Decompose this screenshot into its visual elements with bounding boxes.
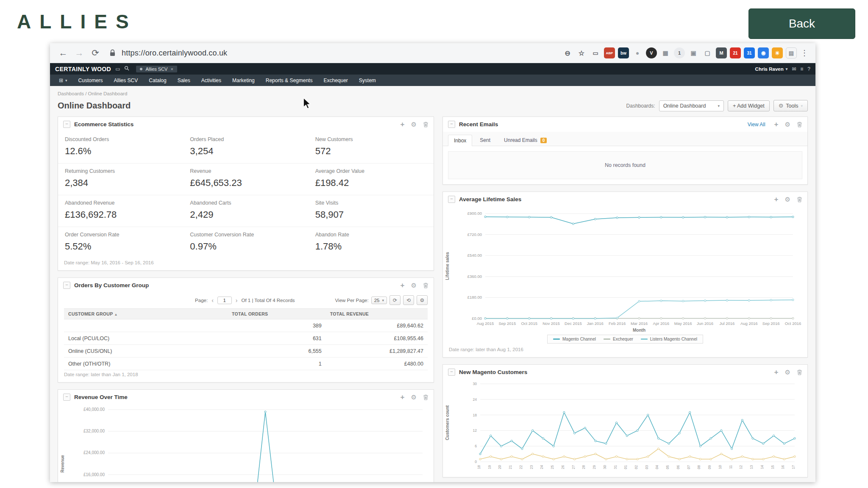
nav-item-system[interactable]: System	[353, 75, 381, 86]
nav-item-catalog[interactable]: Catalog	[143, 75, 172, 86]
reset-button[interactable]: ⟲	[403, 295, 414, 305]
v-badge-icon[interactable]: V	[646, 47, 657, 58]
close-icon[interactable]: ×	[170, 67, 173, 72]
collapse-icon[interactable]: −	[448, 121, 455, 128]
column-header-customer-group[interactable]: CUSTOMER GROUP▲	[64, 309, 228, 319]
nav-item-customers[interactable]: Customers	[73, 75, 108, 86]
calendar-31-icon[interactable]: 31	[744, 47, 755, 58]
nav-item-exchequer[interactable]: Exchequer	[318, 75, 353, 86]
add-icon[interactable]: +	[774, 196, 779, 203]
collapse-icon[interactable]: −	[63, 121, 70, 128]
table-row[interactable]: Other (OTH/OTR)1£480.00	[64, 358, 428, 370]
adblock-icon[interactable]: ABP	[604, 47, 615, 58]
svg-text:11: 11	[729, 465, 733, 469]
nav-item-marketing[interactable]: Marketing	[227, 75, 260, 86]
trash-icon[interactable]	[423, 394, 428, 400]
sort-asc-icon: ▲	[114, 313, 118, 316]
nav-item-allies-scv[interactable]: Allies SCV	[108, 75, 144, 86]
add-icon[interactable]: +	[401, 121, 405, 128]
bitwarden-icon[interactable]: bw	[618, 47, 629, 58]
image-icon[interactable]: ▦	[660, 47, 671, 58]
tab-inbox[interactable]: Inbox	[448, 135, 472, 146]
hamburger-icon[interactable]: ≡	[800, 66, 803, 72]
dashboard-select[interactable]: Online Dashboard ▾	[659, 100, 724, 111]
camera-icon[interactable]: ◉	[758, 47, 769, 58]
trash-icon[interactable]	[797, 197, 802, 202]
next-page-button[interactable]: ›	[235, 297, 239, 304]
gear-icon[interactable]: ⚙	[411, 121, 417, 128]
chat-icon[interactable]: ▢	[702, 47, 713, 58]
m-icon[interactable]: M	[716, 47, 727, 58]
collapse-icon[interactable]: −	[63, 282, 70, 289]
search-icon[interactable]	[124, 66, 129, 72]
widget-title: New Magento Customers	[459, 369, 527, 375]
calendar-21-icon[interactable]: 21	[730, 47, 741, 58]
add-widget-button[interactable]: + Add Widget	[728, 100, 770, 111]
table-row[interactable]: Local (PCU/LOC)631£108,955.46	[64, 332, 428, 345]
tab-sent[interactable]: Sent	[474, 134, 496, 146]
trash-icon[interactable]	[797, 122, 802, 128]
table-row[interactable]: 389£89,640.62	[64, 319, 428, 332]
bookmark-star-icon[interactable]: ☆	[576, 47, 587, 58]
svg-text:14: 14	[760, 465, 764, 469]
metric-order-conversion-rate: Order Conversion Rate5.52%	[58, 227, 183, 258]
nav-item-activities[interactable]: Activities	[196, 75, 227, 86]
pinbar-tab[interactable]: Allies SCV ×	[136, 66, 177, 72]
gear-icon[interactable]: ⚙	[411, 394, 417, 400]
widget-revenue-over-time: − Revenue Over Time + ⚙ £40,000.00£32,00…	[58, 389, 434, 482]
gear-icon[interactable]: ⚙	[411, 282, 417, 288]
column-header-total-orders[interactable]: TOTAL ORDERS	[228, 309, 326, 319]
cast-icon[interactable]: ▭	[590, 47, 601, 58]
prev-page-button[interactable]: ‹	[211, 297, 214, 304]
nav-dashboards-menu[interactable]: ⊞ ▾	[53, 75, 73, 86]
trash-icon[interactable]	[423, 122, 428, 128]
help-icon[interactable]: ?	[807, 66, 810, 72]
nav-item-sales[interactable]: Sales	[172, 75, 196, 86]
weather-icon[interactable]: ☀	[772, 47, 783, 58]
onepassword-icon[interactable]: 1	[674, 47, 685, 58]
browser-back-icon[interactable]: ←	[57, 48, 70, 58]
trash-icon[interactable]	[423, 283, 428, 288]
collapse-icon[interactable]: −	[63, 394, 70, 401]
add-icon[interactable]: +	[401, 394, 405, 401]
site-header: CERTAINLY WOOD ▭ Allies SCV × Chris Rave…	[50, 63, 815, 75]
frame-icon[interactable]: ▣	[688, 47, 699, 58]
disc-icon[interactable]: ●	[632, 47, 643, 58]
trash-icon[interactable]	[797, 369, 802, 375]
back-button[interactable]: Back	[748, 8, 855, 39]
browser-reload-icon[interactable]: ⟳	[89, 48, 102, 58]
svg-text:08: 08	[697, 465, 701, 469]
collapse-icon[interactable]: −	[448, 369, 455, 376]
tab-unread-emails[interactable]: Unread Emails 0	[498, 134, 553, 146]
monitor-icon[interactable]: ▭	[115, 66, 120, 72]
site-brand[interactable]: CERTAINLY WOOD	[55, 66, 111, 72]
gear-icon[interactable]: ⚙	[785, 196, 790, 202]
view-all-link[interactable]: View All	[748, 122, 765, 128]
add-icon[interactable]: +	[774, 121, 779, 128]
widget-title: Ecommerce Statistics	[74, 121, 134, 128]
browser-menu-icon[interactable]: ⋮	[800, 48, 809, 58]
tools-button[interactable]: ⚙ Tools ▾	[773, 100, 808, 111]
nav-item-reports-segments[interactable]: Reports & Segments	[260, 75, 318, 86]
per-page-select[interactable]: 25 ▾	[371, 297, 387, 304]
zoom-icon[interactable]: ⊖	[562, 47, 573, 58]
legend-swatch	[553, 338, 560, 340]
collapse-icon[interactable]: −	[448, 196, 455, 203]
widget-ecommerce-statistics: − Ecommerce Statistics + ⚙ Discounted Or…	[58, 116, 434, 271]
gear-icon[interactable]: ⚙	[785, 121, 790, 128]
grid-settings-button[interactable]: ⚙	[417, 295, 428, 305]
page-number-input[interactable]: 1	[217, 297, 232, 304]
table-row[interactable]: Online (CUS/ONL)6,555£1,289,827.47	[64, 345, 428, 358]
mail-icon[interactable]: ✉	[792, 66, 796, 72]
browser-forward-icon[interactable]: →	[73, 48, 86, 58]
cell-revenue: £89,640.62	[326, 319, 428, 332]
side-panel-icon[interactable]: ▤	[786, 47, 797, 58]
add-icon[interactable]: +	[774, 369, 779, 376]
svg-text:25: 25	[550, 465, 554, 469]
user-menu[interactable]: Chris Raven ▾	[755, 67, 788, 72]
refresh-button[interactable]: ⟳	[389, 295, 401, 305]
column-header-total-revenue[interactable]: TOTAL REVENUE	[326, 309, 428, 319]
add-icon[interactable]: +	[401, 282, 405, 289]
gear-icon[interactable]: ⚙	[785, 369, 790, 375]
address-bar[interactable]: https://oro.certainlywood.co.uk	[122, 49, 227, 58]
